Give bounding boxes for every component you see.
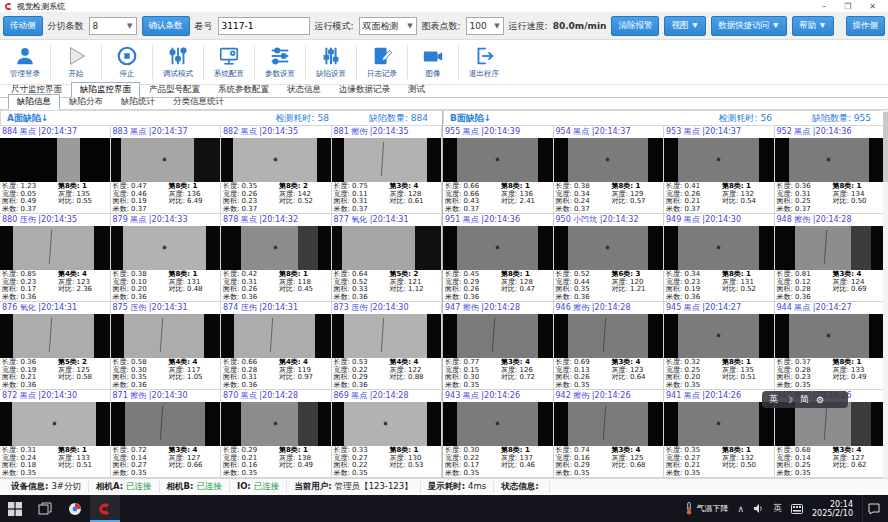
defect-cell[interactable]: 880 压伤 |20:14:35长度: 0.85宽度: 0.23面积: 0.17… xyxy=(0,214,111,302)
action-params-sliders[interactable]: 参数设置 xyxy=(257,45,303,79)
scrollbar-thumb[interactable] xyxy=(883,112,888,182)
toolbar-divider xyxy=(50,45,51,79)
tray-expand-icon[interactable]: ∧ xyxy=(737,504,744,514)
task-view-icon[interactable] xyxy=(30,495,60,522)
view-menu-button[interactable]: 视图 ▼ xyxy=(664,16,706,36)
touch-keyboard-icon[interactable] xyxy=(791,504,803,514)
sub-tab-0[interactable]: 缺陷信息 xyxy=(8,94,60,110)
defect-cell[interactable]: 946 擦伤 |20:14:28长度: 0.69宽度: 0.13面积: 0.26… xyxy=(554,302,665,390)
panel-title[interactable]: B面缺陷↓ xyxy=(450,112,491,125)
ime-lang-toggle[interactable]: 英 xyxy=(769,393,778,406)
action-debug-sliders[interactable]: 调试模式 xyxy=(155,45,201,79)
confirm-count-button[interactable]: 确认条数 xyxy=(142,16,190,36)
operate-side-button[interactable]: 操作侧 xyxy=(846,16,886,36)
defect-cell[interactable]: 884 黑点 |20:14:37长度: 1.23宽度: 0.05面积: 0.49… xyxy=(0,126,111,214)
inspection-app-icon[interactable] xyxy=(90,495,120,522)
clear-alarm-button[interactable]: 清除报警 xyxy=(611,16,659,36)
defect-cell[interactable]: 947 擦伤 |20:14:28长度: 0.77宽度: 0.15面积: 0.30… xyxy=(443,302,554,390)
defect-cell[interactable]: 941 黑点 |20:14:26长度: 0.35宽度: 0.27面积: 0.21… xyxy=(664,390,775,478)
close-icon[interactable]: ✕ xyxy=(869,2,876,11)
defect-cell[interactable]: 942 擦伤 |20:14:26长度: 0.74宽度: 0.16面积: 0.29… xyxy=(554,390,665,478)
chevron-down-icon: ▼ xyxy=(123,22,132,30)
defect-cell[interactable]: 882 黑点 |20:14:35长度: 0.35宽度: 0.26面积: 0.23… xyxy=(221,126,332,214)
vertical-scrollbar[interactable] xyxy=(883,110,888,478)
defect-cell[interactable]: 950 小凹坑 |20:14:32长度: 0.52宽度: 0.44面积: 0.3… xyxy=(554,214,665,302)
run-mode-select[interactable]: 双面检测▼ xyxy=(359,17,417,35)
sub-tab-1[interactable]: 缺陷分布 xyxy=(60,94,112,109)
main-tab-5[interactable]: 边缘数据记录 xyxy=(330,82,399,97)
main-tab-6[interactable]: 测试 xyxy=(399,82,434,97)
cell-metrics: 长度: 0.31宽度: 0.24面积: 0.18米数: 0.35 xyxy=(2,447,58,477)
defect-image xyxy=(554,226,664,270)
defect-cell[interactable]: 945 黑点 |20:14:27长度: 0.32宽度: 0.25面积: 0.20… xyxy=(664,302,775,390)
action-monitor[interactable]: 系统配置 xyxy=(206,45,252,79)
defect-cell[interactable]: 878 黑点 |20:14:32长度: 0.42宽度: 0.31面积: 0.26… xyxy=(221,214,332,302)
window-title: 视觉检测系统 xyxy=(17,1,65,12)
sub-tab-2[interactable]: 缺陷统计 xyxy=(112,94,164,109)
roll-number-input[interactable] xyxy=(218,17,310,35)
minimize-icon[interactable]: – xyxy=(822,2,826,11)
action-user[interactable]: 管理登录 xyxy=(2,45,48,79)
defect-cell[interactable]: 876 氧化 |20:14:31长度: 0.36宽度: 0.19面积: 0.21… xyxy=(0,302,111,390)
defect-cell[interactable]: 869 黑点 |20:14:28长度: 0.33宽度: 0.27面积: 0.22… xyxy=(332,390,443,478)
defect-cell[interactable]: 871 擦伤 |20:14:30长度: 0.72宽度: 0.14面积: 0.27… xyxy=(111,390,222,478)
defect-cell[interactable]: 874 压伤 |20:14:31长度: 0.66宽度: 0.28面积: 0.31… xyxy=(221,302,332,390)
defect-cell[interactable]: 951 黑点 |20:14:36长度: 0.45宽度: 0.29面积: 0.26… xyxy=(443,214,554,302)
help-menu-button[interactable]: 帮助 ▼ xyxy=(792,16,834,36)
action-exit[interactable]: 退出程序 xyxy=(461,45,507,79)
maximize-icon[interactable]: ❐ xyxy=(844,2,851,11)
defect-cell[interactable]: 952 黑点 |20:14:36长度: 0.36宽度: 0.31面积: 0.25… xyxy=(775,126,886,214)
metric-line: 米数: 0.37 xyxy=(334,206,390,214)
defect-cell[interactable]: 953 黑点 |20:14:37长度: 0.41宽度: 0.26面积: 0.21… xyxy=(664,126,775,214)
status-label: 相机B: xyxy=(167,481,194,493)
cell-metrics: 长度: 0.58宽度: 0.30面积: 0.35米数: 0.36 xyxy=(113,359,169,389)
slit-count-select[interactable]: 8▼ xyxy=(89,17,137,35)
defect-cell[interactable]: 881 擦伤 |20:14:35长度: 0.75宽度: 0.11面积: 0.31… xyxy=(332,126,443,214)
metric-line: 米数: 0.37 xyxy=(777,206,833,214)
defect-cell[interactable]: 944 黑点 |20:14:27长度: 0.37宽度: 0.28面积: 0.23… xyxy=(775,302,886,390)
app-window: 视觉检测系统 – ❐ ✕ 传动侧 分切条数 8▼ 确认条数 卷号 运行模式: 双… xyxy=(0,0,888,522)
ime-simplified-toggle[interactable]: 简 xyxy=(800,393,809,406)
moon-icon[interactable]: ☽ xyxy=(785,395,793,405)
defect-cell[interactable]: 873 压伤 |20:14:30长度: 0.53宽度: 0.22面积: 0.29… xyxy=(332,302,443,390)
action-play[interactable]: 开始 xyxy=(53,45,99,79)
defect-cell[interactable]: 948 擦伤 |20:14:28长度: 0.81宽度: 0.12面积: 0.28… xyxy=(775,214,886,302)
defect-cell[interactable]: 954 黑点 |20:14:37长度: 0.38宽度: 0.34面积: 0.24… xyxy=(554,126,665,214)
cell-header: 883 黑点 |20:14:37 xyxy=(111,126,221,138)
defect-cell[interactable]: 883 黑点 |20:14:37长度: 0.47宽度: 0.46面积: 0.19… xyxy=(111,126,222,214)
browser-app-icon[interactable] xyxy=(60,495,90,522)
action-log[interactable]: 日志记录 xyxy=(359,45,405,79)
defect-cell[interactable]: 875 压伤 |20:14:31长度: 0.58宽度: 0.30面积: 0.35… xyxy=(111,302,222,390)
speaker-icon[interactable] xyxy=(753,503,764,514)
defect-cell[interactable]: 879 黑点 |20:14:33长度: 0.38宽度: 0.10面积: 0.20… xyxy=(111,214,222,302)
drive-side-button[interactable]: 传动侧 xyxy=(3,16,43,36)
sub-tab-3[interactable]: 分类信息统计 xyxy=(164,94,233,109)
action-defect-sliders[interactable]: 缺陷设置 xyxy=(308,45,354,79)
panel-title[interactable]: A面缺陷↓ xyxy=(7,112,49,125)
notification-center-icon[interactable] xyxy=(862,495,884,522)
taskbar-clock[interactable]: 20:14 2025/2/10 xyxy=(812,500,853,518)
action-stop[interactable]: 停止 xyxy=(104,45,150,79)
status-label: 状态信息: xyxy=(501,481,538,493)
data-quick-access-button[interactable]: 数据快捷访问 ▼ xyxy=(711,16,787,36)
taskbar-lang-indicator[interactable]: 英 xyxy=(773,502,782,515)
action-label: 管理登录 xyxy=(10,69,40,79)
contrast-line: 对比: 0.61 xyxy=(389,198,441,206)
chart-points-select[interactable]: 100▼ xyxy=(466,17,504,35)
metric-line: 米数: 0.35 xyxy=(556,470,612,478)
gear-icon[interactable]: ⚙ xyxy=(816,395,824,405)
defect-cell[interactable]: 870 黑点 |20:14:28长度: 0.29宽度: 0.21面积: 0.16… xyxy=(221,390,332,478)
cell-header: 941 黑点 |20:14:26 xyxy=(664,390,774,402)
cell-class-info: 第8类: 1灰度: 118对比: 0.45 xyxy=(279,271,331,301)
main-tab-4[interactable]: 状态信息 xyxy=(278,82,330,97)
defect-cell[interactable]: 943 黑点 |20:14:26长度: 0.30宽度: 0.22面积: 0.17… xyxy=(443,390,554,478)
defect-cell[interactable]: 949 黑点 |20:14:30长度: 0.34宽度: 0.23面积: 0.19… xyxy=(664,214,775,302)
cell-metrics: 长度: 0.45宽度: 0.29面积: 0.26米数: 0.36 xyxy=(445,271,501,301)
defect-cell[interactable]: 955 黑点 |20:14:39长度: 0.66宽度: 0.66面积: 0.43… xyxy=(443,126,554,214)
defect-cell[interactable]: 877 氧化 |20:14:31长度: 0.64宽度: 0.52面积: 0.33… xyxy=(332,214,443,302)
log-icon xyxy=(371,45,393,67)
start-button[interactable] xyxy=(0,495,30,522)
defect-cell[interactable]: 872 黑点 |20:14:30长度: 0.31宽度: 0.24面积: 0.18… xyxy=(0,390,111,478)
weather-widget[interactable]: 气温下降 xyxy=(685,502,728,515)
action-camera[interactable]: 图像 xyxy=(410,45,456,79)
